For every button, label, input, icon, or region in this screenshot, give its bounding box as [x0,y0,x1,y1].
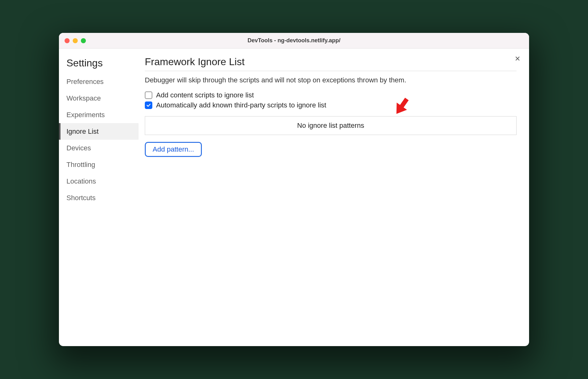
sidebar-item-devices[interactable]: Devices [59,140,139,156]
third-party-checkbox[interactable] [145,101,152,109]
checkbox-row-content-scripts: Add content scripts to ignore list [145,91,517,99]
content-scripts-checkbox[interactable] [145,91,152,99]
add-pattern-button[interactable]: Add pattern... [145,142,202,157]
sidebar-item-throttling[interactable]: Throttling [59,156,139,173]
close-icon[interactable]: ✕ [515,55,520,62]
content-scripts-label[interactable]: Add content scripts to ignore list [156,91,254,99]
traffic-lights [65,38,86,43]
content-area: ✕ Settings Preferences Workspace Experim… [59,49,529,346]
settings-sidebar: Settings Preferences Workspace Experimen… [59,49,139,346]
checkmark-icon [146,103,151,108]
sidebar-item-ignore-list[interactable]: Ignore List [59,123,139,140]
window-title: DevTools - ng-devtools.netlify.app/ [59,37,529,44]
ignore-patterns-list: No ignore list patterns [145,116,517,135]
arrow-annotation-icon [388,94,416,120]
main-panel: Framework Ignore List Debugger will skip… [139,49,529,346]
sidebar-item-locations[interactable]: Locations [59,173,139,190]
page-title: Framework Ignore List [145,56,517,71]
third-party-label[interactable]: Automatically add known third-party scri… [156,101,326,109]
window-maximize-button[interactable] [81,38,86,43]
titlebar: DevTools - ng-devtools.netlify.app/ [59,33,529,49]
window-close-button[interactable] [65,38,70,43]
sidebar-item-workspace[interactable]: Workspace [59,90,139,106]
sidebar-item-experiments[interactable]: Experiments [59,106,139,123]
devtools-settings-window: DevTools - ng-devtools.netlify.app/ ✕ Se… [59,33,529,346]
empty-patterns-text: No ignore list patterns [297,122,364,129]
sidebar-item-preferences[interactable]: Preferences [59,73,139,90]
sidebar-item-shortcuts[interactable]: Shortcuts [59,190,139,206]
checkbox-row-third-party: Automatically add known third-party scri… [145,101,517,109]
description-text: Debugger will skip through the scripts a… [145,76,517,84]
window-minimize-button[interactable] [73,38,78,43]
settings-heading: Settings [59,55,139,73]
